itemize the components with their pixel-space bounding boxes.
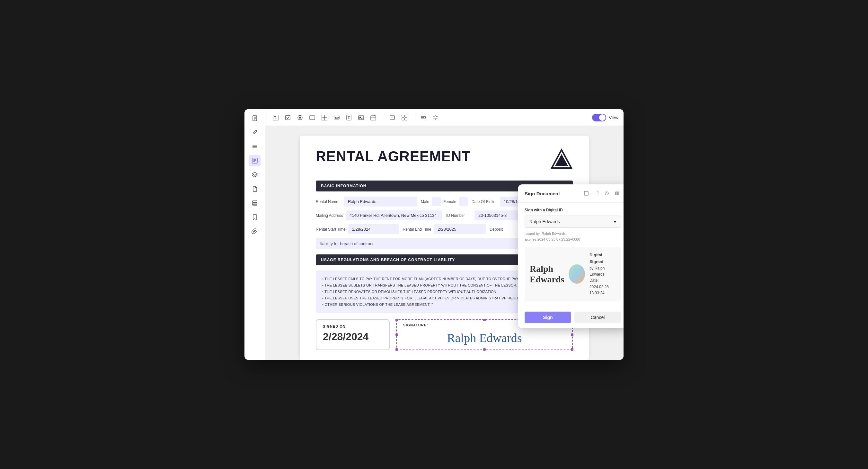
dialog-header-icons xyxy=(582,190,621,197)
gender-male-checkbox[interactable] xyxy=(432,197,441,206)
sidebar-item-layers[interactable] xyxy=(249,169,260,181)
dialog-minimize-btn[interactable] xyxy=(582,190,590,197)
svg-rect-13 xyxy=(252,204,257,205)
handle-tm[interactable] xyxy=(483,319,486,321)
svg-text:OK: OK xyxy=(335,116,340,120)
sidebar-item-bookmark[interactable] xyxy=(249,211,260,223)
handle-rm[interactable] xyxy=(571,334,574,336)
view-toggle-label: View xyxy=(609,115,618,120)
text-extra-btn[interactable] xyxy=(387,112,398,123)
properties-btn[interactable] xyxy=(430,112,441,123)
sidebar-item-pages[interactable] xyxy=(249,113,260,124)
svg-rect-38 xyxy=(402,115,404,117)
dialog-header: Sign Document xyxy=(518,184,623,203)
rental-end-input[interactable]: 2/28/2025 xyxy=(434,224,486,234)
rental-name-field: Rental Name Ralph Edwards xyxy=(316,196,417,207)
toolbar-divider-2 xyxy=(415,114,415,121)
dialog-body: Sign with a Digital ID Ralph Edwards ▾ I… xyxy=(518,203,623,312)
document: RENTAL AGREEMENT BASIC INFORMATION Renta… xyxy=(300,135,589,360)
svg-rect-35 xyxy=(390,116,395,120)
mailing-address-field: Mailing Address 4140 Parker Rd. Allentow… xyxy=(316,210,442,220)
dialog-footer: Sign Cancel xyxy=(518,312,623,328)
grid-btn[interactable] xyxy=(399,112,410,123)
rental-name-label: Rental Name xyxy=(316,199,341,204)
time-label: 13:33:24 xyxy=(589,291,604,295)
rental-name-input[interactable]: Ralph Edwards xyxy=(344,196,417,207)
doc-header: RENTAL AGREEMENT xyxy=(316,148,573,171)
toolbar-align-group xyxy=(418,112,441,123)
table-tool-btn[interactable] xyxy=(319,112,330,123)
rental-end-label: Rental End Time xyxy=(403,227,431,231)
by-label: by Ralph Edwards xyxy=(589,266,604,277)
signer-select[interactable]: Ralph Edwards ▾ xyxy=(525,216,621,228)
sig-details: Digital Signed by Ralph Edwards Date: 20… xyxy=(589,252,616,296)
sidebar-item-document[interactable] xyxy=(249,183,260,195)
rental-start-input[interactable]: 2/28/2024 xyxy=(348,224,399,234)
handle-br[interactable] xyxy=(571,348,574,351)
svg-point-18 xyxy=(299,117,301,119)
toolbar-tools-group: T OK Σ xyxy=(270,112,379,123)
expires: Expires:2024-03-28 07:23:22+0000 xyxy=(525,237,621,243)
radio-tool-btn[interactable] xyxy=(294,112,306,123)
view-toggle-switch[interactable] xyxy=(592,114,606,121)
svg-text:Σ: Σ xyxy=(348,116,349,119)
signer-info: Issued by: Ralph Edwards Expires:2024-03… xyxy=(525,231,621,242)
cancel-button[interactable]: Cancel xyxy=(575,312,621,323)
sign-button[interactable]: Sign xyxy=(525,312,571,323)
checkbox-tool-btn[interactable] xyxy=(282,112,293,123)
svg-rect-53 xyxy=(584,191,588,195)
sign-dialog-overlay: Sign Document xyxy=(518,184,623,328)
sign-with-label: Sign with a Digital ID xyxy=(525,208,621,212)
svg-rect-31 xyxy=(371,116,376,120)
document-title: RENTAL AGREEMENT xyxy=(316,148,471,164)
handle-bm[interactable] xyxy=(483,348,486,351)
image-tool-btn[interactable] xyxy=(355,112,367,123)
sig-stamp xyxy=(568,264,585,284)
view-toggle: View xyxy=(592,114,618,121)
calendar-tool-btn[interactable] xyxy=(368,112,379,123)
gender-female-checkbox[interactable] xyxy=(459,197,468,206)
signed-on-box: SIGNED ON 2/28/2024 xyxy=(316,319,390,350)
sig-name-line2: Edwards xyxy=(530,274,564,285)
handle-tl[interactable] xyxy=(396,319,398,321)
handle-lm[interactable] xyxy=(396,334,398,336)
svg-rect-16 xyxy=(286,115,290,120)
ok-tool-btn[interactable]: OK xyxy=(331,112,342,123)
toolbar-extra-group xyxy=(387,112,410,123)
dialog-refresh-btn[interactable] xyxy=(603,190,611,197)
sidebar-item-stack[interactable] xyxy=(249,197,260,209)
sign-dialog: Sign Document xyxy=(518,184,623,328)
svg-rect-12 xyxy=(252,203,257,204)
dialog-expand-btn[interactable] xyxy=(593,190,600,197)
rental-end-field: Rental End Time 2/28/2025 xyxy=(403,224,486,234)
sidebar-item-list[interactable] xyxy=(249,141,260,152)
mailing-address-input[interactable]: 4140 Parker Rd. Allentown, New Mexico 31… xyxy=(346,210,442,220)
svg-marker-52 xyxy=(555,154,568,166)
dialog-settings-btn[interactable] xyxy=(613,190,621,197)
align-btn[interactable] xyxy=(418,112,429,123)
sig-name-large: Ralph Edwards xyxy=(530,263,564,285)
sidebar-item-attachment[interactable] xyxy=(249,225,260,237)
rental-start-field: Rental Start Time 2/28/2024 xyxy=(316,224,399,234)
document-wrapper: RENTAL AGREEMENT BASIC INFORMATION Renta… xyxy=(265,126,623,360)
gender-female-label: Female xyxy=(443,199,456,204)
signer-name: Ralph Edwards xyxy=(529,219,560,224)
dob-label: Date Of Birth xyxy=(472,199,497,204)
mailing-address-label: Mailing Address xyxy=(316,213,343,218)
svg-text:T: T xyxy=(274,116,276,120)
sidebar xyxy=(245,109,265,360)
sidebar-item-edit[interactable] xyxy=(249,127,260,138)
company-logo xyxy=(550,148,573,171)
svg-rect-41 xyxy=(405,118,407,120)
rental-start-label: Rental Start Time xyxy=(316,227,346,231)
date-label: Date: 2024.02.28 xyxy=(589,278,609,289)
calc-tool-btn[interactable]: Σ xyxy=(343,112,354,123)
tab-tool-btn[interactable] xyxy=(307,112,318,123)
sidebar-item-form[interactable] xyxy=(249,155,260,166)
svg-rect-11 xyxy=(252,201,257,202)
svg-point-45 xyxy=(435,116,436,117)
text-tool-btn[interactable]: T xyxy=(270,112,281,123)
main-area: T OK Σ xyxy=(265,109,623,360)
handle-bl[interactable] xyxy=(396,348,398,351)
svg-rect-55 xyxy=(617,192,619,195)
